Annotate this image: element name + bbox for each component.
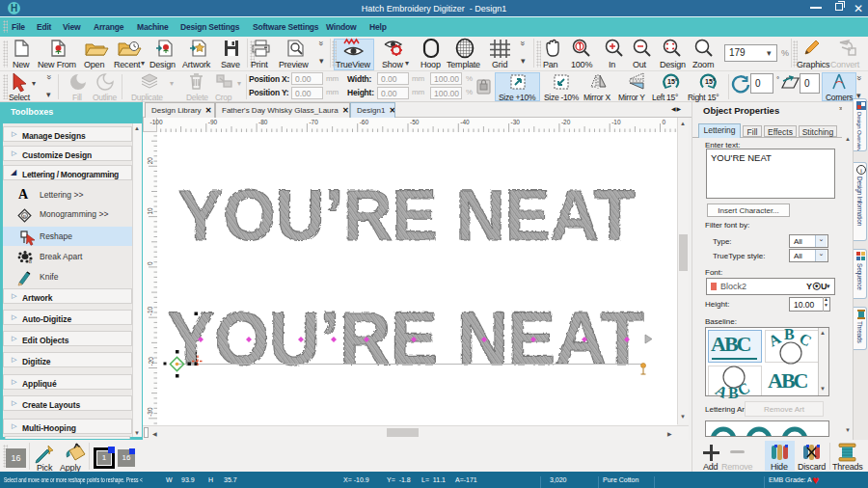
svg-text:0: 0 bbox=[663, 119, 666, 125]
svg-text:-70: -70 bbox=[309, 119, 318, 125]
svg-text:YOU’RE NEAT: YOU’RE NEAT bbox=[177, 175, 635, 255]
svg-text:-30: -30 bbox=[511, 119, 521, 125]
svg-text:A: A bbox=[766, 330, 784, 350]
svg-text:b: b bbox=[29, 258, 32, 264]
svg-text:15°: 15° bbox=[667, 78, 678, 85]
svg-text:YOU’RE NEAT: YOU’RE NEAT bbox=[167, 295, 643, 380]
svg-text:-100: -100 bbox=[150, 119, 163, 125]
svg-text:-20: -20 bbox=[148, 357, 154, 366]
svg-text:0: 0 bbox=[148, 261, 154, 265]
svg-text:-30: -30 bbox=[148, 407, 154, 417]
svg-text:-20: -20 bbox=[561, 119, 571, 125]
svg-text:-10: -10 bbox=[611, 119, 621, 125]
svg-text:B: B bbox=[784, 326, 795, 342]
svg-text:-90: -90 bbox=[208, 119, 218, 125]
svg-text:-60: -60 bbox=[360, 119, 369, 125]
svg-text:-40: -40 bbox=[460, 119, 470, 125]
svg-text:-50: -50 bbox=[410, 119, 420, 125]
svg-text:i: i bbox=[860, 167, 862, 175]
svg-text:-80: -80 bbox=[258, 119, 268, 125]
svg-text:-10: -10 bbox=[148, 306, 154, 315]
svg-text:20: 20 bbox=[148, 157, 154, 165]
svg-text:10: 10 bbox=[148, 207, 154, 215]
svg-text:15°: 15° bbox=[705, 78, 716, 85]
